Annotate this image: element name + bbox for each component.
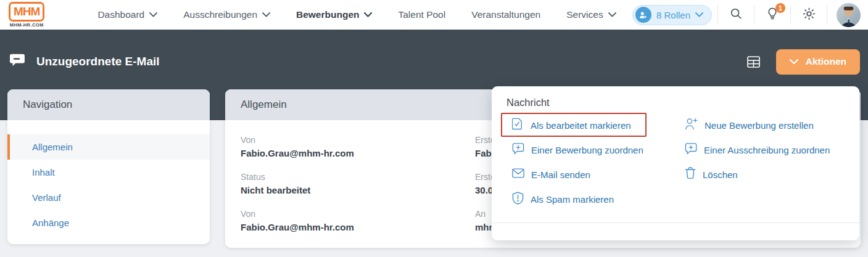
- menu-right-column: Neue Bewerbung erstellen Einer Ausschrei…: [685, 113, 851, 187]
- bubble-plus-icon: [512, 142, 524, 157]
- table-view-icon[interactable]: [747, 56, 760, 68]
- divider: [754, 6, 754, 24]
- divider: [790, 6, 791, 24]
- document-check-icon: [512, 118, 524, 133]
- roles-dropdown[interactable]: 8 Rollen: [632, 5, 712, 25]
- settings-button[interactable]: [798, 4, 819, 25]
- gear-icon: [802, 7, 816, 23]
- field-label: Von: [241, 134, 463, 145]
- menu-item-einer-ausschreibung-zuordnen[interactable]: Einer Ausschreibung zuordnen: [685, 137, 851, 162]
- user-avatar[interactable]: [837, 3, 861, 27]
- menu-footer-divider: [492, 222, 859, 223]
- nachricht-dropdown-menu: Nachricht Als bearbeitet markieren Einer…: [492, 86, 859, 240]
- menu-item-einer-bewerbung-zuordnen[interactable]: Einer Bewerbung zuordnen: [512, 137, 679, 162]
- chevron-down-icon: [695, 12, 703, 17]
- shield-alert-icon: [512, 192, 524, 207]
- field-von-2: Von Fabio.Grau@mhm-hr.com: [241, 208, 463, 234]
- menu-item-label: Einer Bewerbung zuordnen: [531, 145, 643, 155]
- top-bar: MHM MHM-HR.COM Dashboard Ausschreibungen…: [0, 0, 868, 30]
- user-roles-icon: [635, 7, 651, 23]
- sidebar-item-allgemein[interactable]: Allgemein: [7, 134, 210, 160]
- nav-item-dashboard[interactable]: Dashboard: [97, 9, 157, 20]
- field-value: Fabio.Grau@mhm-hr.com: [241, 221, 463, 234]
- menu-left-column: Als bearbeitet markieren Einer Bewerbung…: [512, 113, 679, 211]
- nav-item-services[interactable]: Services: [566, 9, 616, 20]
- chat-bubble-icon: [10, 53, 26, 71]
- nav-item-veranstaltungen[interactable]: Veranstaltungen: [471, 9, 540, 20]
- menu-title: Nachricht: [506, 97, 550, 108]
- search-icon: [729, 7, 743, 23]
- brand-logo[interactable]: MHM MHM-HR.COM: [9, 2, 44, 28]
- nav-item-bewerbungen[interactable]: Bewerbungen: [296, 9, 372, 20]
- chevron-down-icon: [364, 12, 372, 17]
- roles-label: 8 Rollen: [656, 10, 690, 20]
- bubble-plus-icon: [685, 142, 697, 157]
- trash-icon: [685, 167, 696, 182]
- nav-item-label: Dashboard: [97, 9, 144, 20]
- menu-item-als-spam-markieren[interactable]: Als Spam markieren: [512, 187, 679, 211]
- menu-item-label: Einer Ausschreibung zuordnen: [704, 145, 830, 155]
- actions-button[interactable]: Aktionen: [776, 49, 860, 75]
- notifications-button[interactable]: 1: [762, 4, 783, 25]
- main-navigation: Dashboard Ausschreibungen Bewerbungen Ta…: [97, 9, 616, 20]
- field-value: Nicht bearbeitet: [241, 184, 463, 197]
- menu-item-label: E-Mail senden: [531, 169, 590, 180]
- field-von-1: Von Fabio.Grau@mhm-hr.com: [241, 134, 463, 160]
- menu-item-als-bearbeitet-markieren[interactable]: Als bearbeitet markieren: [512, 113, 679, 137]
- menu-item-email-senden[interactable]: E-Mail senden: [512, 162, 679, 187]
- nav-item-label: Talent Pool: [398, 9, 445, 20]
- chevron-down-icon: [608, 12, 616, 17]
- chevron-down-icon: [262, 12, 270, 17]
- navigation-panel: Navigation Allgemein Inhalt Verlauf Anhä…: [7, 89, 210, 244]
- actions-button-label: Aktionen: [806, 56, 846, 67]
- nav-item-label: Bewerbungen: [296, 9, 359, 20]
- menu-item-label: Als Spam markieren: [531, 194, 614, 205]
- menu-item-neue-bewerbung-erstellen[interactable]: Neue Bewerbung erstellen: [685, 113, 851, 137]
- sidebar-item-inhalt[interactable]: Inhalt: [7, 160, 210, 185]
- sidebar-item-anhaenge[interactable]: Anhänge: [7, 210, 210, 235]
- navigation-panel-title: Navigation: [7, 89, 210, 120]
- nav-item-talent-pool[interactable]: Talent Pool: [398, 9, 445, 20]
- nav-item-ausschreibungen[interactable]: Ausschreibungen: [183, 9, 270, 20]
- search-button[interactable]: [725, 4, 746, 25]
- divider: [717, 6, 718, 24]
- menu-item-label: Neue Bewerbung erstellen: [705, 120, 814, 131]
- nav-item-label: Ausschreibungen: [183, 9, 257, 20]
- menu-item-label: Löschen: [703, 169, 738, 180]
- nav-item-label: Veranstaltungen: [471, 9, 540, 20]
- sidebar-item-verlauf[interactable]: Verlauf: [7, 185, 210, 210]
- chevron-down-icon: [790, 56, 798, 67]
- envelope-icon: [512, 168, 524, 181]
- field-value: Fabio.Grau@mhm-hr.com: [241, 147, 463, 160]
- person-plus-icon: [685, 118, 698, 133]
- chevron-down-icon: [149, 12, 157, 17]
- divider: [827, 6, 827, 24]
- field-label: Status: [241, 171, 463, 182]
- notification-badge: 1: [775, 3, 785, 13]
- topbar-right-controls: 8 Rollen 1: [632, 3, 861, 27]
- field-status: Status Nicht bearbeitet: [241, 171, 463, 197]
- field-label: Von: [241, 208, 463, 219]
- nav-item-label: Services: [566, 9, 603, 20]
- menu-item-label: Als bearbeitet markieren: [531, 120, 631, 131]
- menu-item-loeschen[interactable]: Löschen: [685, 162, 851, 187]
- page-title: Unzugeordnete E-Mail: [36, 55, 160, 68]
- brand-logo-text: MHM: [9, 2, 44, 22]
- brand-logo-subtext: MHM-HR.COM: [10, 22, 44, 28]
